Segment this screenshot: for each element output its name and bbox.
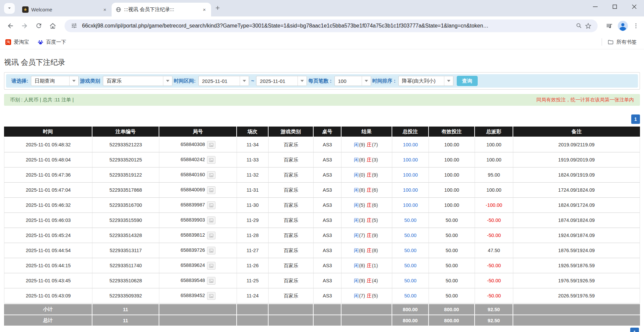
video-replay-button[interactable] [207, 217, 215, 224]
cell-result: 闲(7)庄(5) [341, 288, 392, 303]
total-bet-link[interactable]: 50.00 [404, 218, 416, 223]
video-replay-button[interactable] [207, 277, 215, 285]
page-button-1[interactable]: 1 [630, 328, 639, 332]
cell-bet-id: 522933511740 [92, 258, 159, 273]
tab-betrecord-active[interactable]: :::视讯 会员下注纪录::: × [112, 3, 211, 16]
bookmark-taobao[interactable]: 淘 爱淘宝 [5, 39, 29, 45]
cell-round-id: 658839726 [159, 243, 237, 258]
dropdown-arrow-icon[interactable] [240, 76, 249, 86]
cell-time: 2025-11-01 05:46:03 [4, 213, 92, 228]
maximize-button[interactable] [605, 0, 625, 13]
profile-avatar[interactable] [618, 21, 628, 31]
date-to-select[interactable]: 2025-11-01 [256, 76, 307, 86]
date-from-value: 2025-11-01 [199, 76, 240, 86]
cell-payout: -50.00 [475, 228, 513, 243]
tab-close-icon[interactable]: × [201, 6, 208, 13]
bookmarks-divider [602, 38, 602, 46]
page-button-1[interactable]: 1 [631, 114, 640, 124]
total-bet-link[interactable]: 50.00 [404, 278, 416, 283]
new-tab-button[interactable] [214, 5, 221, 12]
cell-result: 闲(7)庄(9) [341, 228, 392, 243]
video-replay-button[interactable] [207, 247, 215, 254]
player-result: 闲 [354, 172, 359, 178]
back-button[interactable] [5, 20, 16, 32]
browser-tab-strip: Welcome × :::视讯 会员下注纪录::: × [0, 0, 644, 16]
cell-bet-id: 522933516700 [92, 198, 159, 213]
video-replay-button[interactable] [207, 201, 215, 209]
date-from-select[interactable]: 2025-11-01 [198, 76, 249, 86]
total-valid-bet: 800.00 [429, 315, 475, 326]
cell-session: 11-28 [237, 228, 269, 243]
query-button[interactable]: 查询 [457, 76, 478, 86]
cell-round-id: 658840242 [159, 152, 237, 168]
video-replay-button[interactable] [207, 141, 215, 149]
total-bet-link[interactable]: 100.00 [403, 172, 418, 178]
info-bar: 币别 : 人民币 | 总共 :11 注单 | 同局有效投注，统一计算在该局第一张… [4, 94, 640, 106]
banker-result: 庄 [367, 187, 372, 193]
omnibox[interactable]: 66cxkj98.com/ipl/portal.php/game/betreco… [65, 19, 598, 32]
dropdown-arrow-icon[interactable] [297, 76, 307, 86]
home-button[interactable] [47, 20, 58, 32]
cell-session: 11-24 [237, 288, 269, 303]
cell-round-id: 658840069 [159, 183, 237, 198]
video-replay-button[interactable] [207, 232, 215, 239]
cell-round-id: 658839452 [159, 288, 237, 303]
cell-time: 2025-11-01 05:48:32 [4, 137, 92, 152]
minimize-button[interactable] [586, 0, 605, 13]
bookmark-baidu[interactable]: 百度一下 [38, 39, 66, 45]
total-bet-link[interactable]: 50.00 [404, 248, 416, 253]
banker-points: (9) [372, 172, 378, 178]
cell-total-bet: 50.00 [392, 213, 429, 228]
sort-order-select[interactable]: 降幂(由大到小) [398, 76, 453, 86]
cell-result: 闲(8)庄(1) [341, 258, 392, 273]
kebab-menu-icon[interactable] [633, 22, 639, 29]
table-row: 2025-11-01 05:47:04 522933517868 6588400… [4, 183, 640, 198]
video-replay-button[interactable] [207, 186, 215, 194]
cell-valid-bet: 100.00 [429, 198, 475, 213]
forward-button[interactable] [19, 20, 30, 32]
cell-valid-bet: 50.00 [429, 228, 475, 243]
reload-button[interactable] [33, 20, 44, 32]
round-id-text: 658840242 [180, 157, 205, 162]
dropdown-arrow-icon[interactable] [362, 76, 371, 86]
cell-payout: -50.00 [475, 273, 513, 288]
banker-result: 庄 [367, 218, 372, 223]
dropdown-arrow-icon[interactable] [163, 76, 172, 86]
total-bet-link[interactable]: 100.00 [403, 187, 418, 193]
dropdown-arrow-icon[interactable] [444, 76, 453, 86]
site-settings-tune-icon[interactable] [69, 21, 79, 31]
total-bet-link[interactable]: 50.00 [404, 233, 416, 238]
game-type-select[interactable]: 百家乐 [103, 76, 172, 86]
cell-total-bet: 100.00 [392, 198, 429, 213]
bookmark-star-icon[interactable] [583, 21, 593, 31]
tab-search-button[interactable] [4, 3, 15, 14]
all-bookmarks-button[interactable]: 所有书签 [607, 39, 637, 45]
video-replay-button[interactable] [207, 292, 215, 300]
player-points: (8) [359, 157, 365, 162]
query-type-select[interactable]: 日期查询 [31, 76, 79, 86]
close-window-button[interactable] [625, 0, 644, 13]
media-playlist-icon[interactable] [606, 22, 613, 30]
video-replay-button[interactable] [207, 171, 215, 179]
total-bet-link[interactable]: 50.00 [404, 263, 416, 268]
cell-round-id: 658840308 [159, 137, 237, 152]
dropdown-arrow-icon[interactable] [69, 76, 78, 86]
video-replay-button[interactable] [207, 156, 215, 164]
column-header: 结果 [341, 127, 392, 137]
cell-total-bet: 50.00 [392, 228, 429, 243]
cell-bet-id: 522933514328 [92, 228, 159, 243]
round-id-text: 658839903 [180, 217, 205, 223]
total-bet-link[interactable]: 100.00 [403, 202, 418, 208]
zoom-magnifier-icon[interactable] [574, 21, 583, 31]
cell-session: 11-33 [237, 152, 269, 168]
total-bet-link[interactable]: 50.00 [404, 293, 416, 298]
cell-total-bet: 50.00 [392, 243, 429, 258]
total-bet-link[interactable]: 100.00 [403, 157, 418, 162]
video-replay-button[interactable] [207, 262, 215, 270]
tab-welcome[interactable]: Welcome × [18, 3, 112, 16]
total-bet-link[interactable]: 100.00 [403, 142, 418, 147]
url-text[interactable]: 66cxkj98.com/ipl/portal.php/game/betreco… [82, 23, 571, 29]
cell-table-no: AS3 [314, 168, 341, 183]
tab-close-icon[interactable]: × [102, 6, 108, 13]
page-size-select[interactable]: 100 [334, 76, 371, 86]
